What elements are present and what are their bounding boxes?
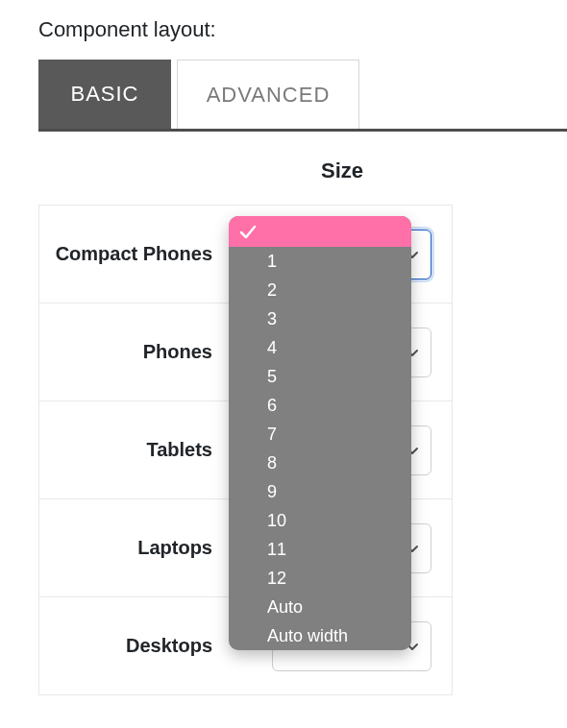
size-option-label: 10 (267, 511, 286, 531)
component-layout-panel: Component layout: BASIC ADVANCED Size Co… (0, 0, 567, 695)
size-option-label: 8 (267, 453, 277, 473)
size-option-label: 2 (267, 280, 277, 301)
size-option[interactable]: Auto width (229, 621, 411, 650)
size-option[interactable]: 7 (229, 420, 411, 449)
column-header-size: Size (321, 158, 567, 183)
section-label: Component layout: (38, 17, 567, 42)
row-label: Compact Phones (39, 243, 228, 265)
size-option-label: 3 (267, 309, 277, 329)
size-option-label: 12 (267, 569, 286, 589)
size-option-label: 11 (267, 540, 286, 560)
size-option[interactable]: Auto (229, 593, 411, 621)
size-option-label: 6 (267, 396, 277, 416)
size-option-label: Auto width (267, 626, 348, 646)
size-option[interactable] (229, 216, 411, 247)
size-option-label: 5 (267, 367, 277, 387)
tab-advanced[interactable]: ADVANCED (177, 60, 359, 129)
size-option-label: Auto (267, 597, 303, 618)
size-option[interactable]: 5 (229, 362, 411, 391)
size-option[interactable]: 2 (229, 276, 411, 304)
size-option[interactable]: 4 (229, 333, 411, 362)
size-option[interactable]: 1 (229, 247, 411, 276)
size-option-label: 4 (267, 338, 277, 358)
row-label: Desktops (39, 635, 228, 657)
size-option[interactable]: 10 (229, 506, 411, 535)
tabs: BASIC ADVANCED (38, 60, 567, 132)
size-option[interactable]: 9 (229, 477, 411, 506)
size-option[interactable]: 8 (229, 449, 411, 477)
row-label: Phones (39, 341, 228, 363)
row-label: Tablets (39, 439, 228, 461)
size-option-label: 7 (267, 425, 277, 445)
tab-basic[interactable]: BASIC (38, 60, 171, 129)
size-option[interactable]: 6 (229, 391, 411, 420)
size-option-label: 9 (267, 482, 277, 502)
check-icon (238, 222, 258, 241)
row-label: Laptops (39, 537, 228, 559)
size-option[interactable]: 12 (229, 564, 411, 593)
size-option[interactable]: 11 (229, 535, 411, 564)
size-option-label: 1 (267, 252, 277, 272)
size-option[interactable]: 3 (229, 304, 411, 333)
size-dropdown[interactable]: 123456789101112AutoAuto width (229, 216, 411, 650)
